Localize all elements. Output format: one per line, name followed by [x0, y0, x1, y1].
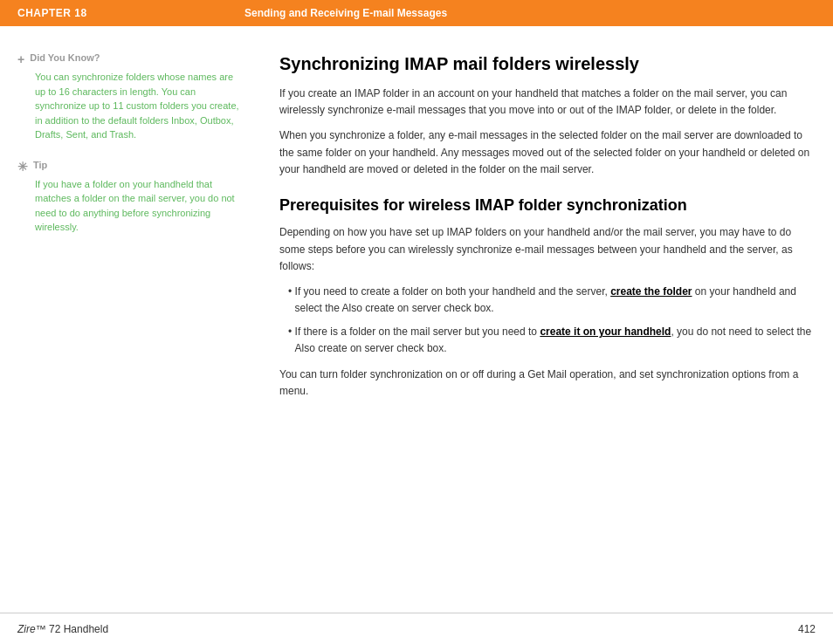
- tip-text: If you have a folder on your handheld th…: [35, 177, 244, 235]
- bullet-item-2: • If there is a folder on the mail serve…: [288, 324, 816, 357]
- article-p3: Depending on how you have set up IMAP fo…: [279, 224, 816, 275]
- main-content: + Did You Know? You can synchronize fold…: [0, 26, 833, 613]
- article-h1: Synchronizing IMAP mail folders wireless…: [279, 52, 816, 75]
- plus-icon: +: [17, 52, 24, 66]
- bullet-1-content: If you need to create a folder on both y…: [295, 284, 816, 317]
- bullet-item-1: • If you need to create a folder on both…: [288, 284, 816, 317]
- article-bullets: • If you need to create a folder on both…: [288, 284, 816, 358]
- brand-name: Zire: [17, 623, 36, 635]
- bullet-1-pre: If you need to create a folder on both y…: [295, 285, 611, 298]
- tip-header: ✳ Tip: [17, 160, 244, 174]
- did-you-know-label: Did You Know?: [30, 52, 100, 63]
- article-h2: Prerequisites for wireless IMAP folder s…: [279, 195, 816, 216]
- tip-label: Tip: [33, 160, 47, 170]
- header-title: Sending and Receiving E-mail Messages: [244, 7, 816, 19]
- asterisk-icon: ✳: [17, 160, 28, 174]
- article: Synchronizing IMAP mail folders wireless…: [262, 52, 816, 595]
- footer: Zire™ 72 Handheld 412: [0, 613, 833, 644]
- bullet-dot-1: •: [288, 284, 295, 300]
- did-you-know-section: + Did You Know? You can synchronize fold…: [17, 52, 244, 142]
- header-bar: CHAPTER 18 Sending and Receiving E-mail …: [0, 0, 833, 26]
- article-p2: When you synchronize a folder, any e-mai…: [279, 127, 816, 178]
- did-you-know-text: You can synchronize folders whose names …: [35, 70, 244, 142]
- bullet-2-pre: If there is a folder on the mail server …: [295, 325, 540, 338]
- chapter-label: CHAPTER 18: [17, 7, 244, 19]
- create-on-handheld-link[interactable]: create it on your handheld: [540, 325, 671, 338]
- sidebar: + Did You Know? You can synchronize fold…: [17, 52, 262, 595]
- create-folder-link[interactable]: create the folder: [610, 285, 692, 298]
- tip-section: ✳ Tip If you have a folder on your handh…: [17, 160, 244, 235]
- footer-brand: Zire™ 72 Handheld: [17, 623, 108, 635]
- article-p4: You can turn folder synchronization on o…: [279, 367, 816, 400]
- article-p1: If you create an IMAP folder in an accou…: [279, 86, 816, 119]
- bullet-dot-2: •: [288, 324, 295, 340]
- did-you-know-header: + Did You Know?: [17, 52, 244, 66]
- footer-page-number: 412: [798, 623, 816, 635]
- bullet-2-content: If there is a folder on the mail server …: [295, 324, 816, 357]
